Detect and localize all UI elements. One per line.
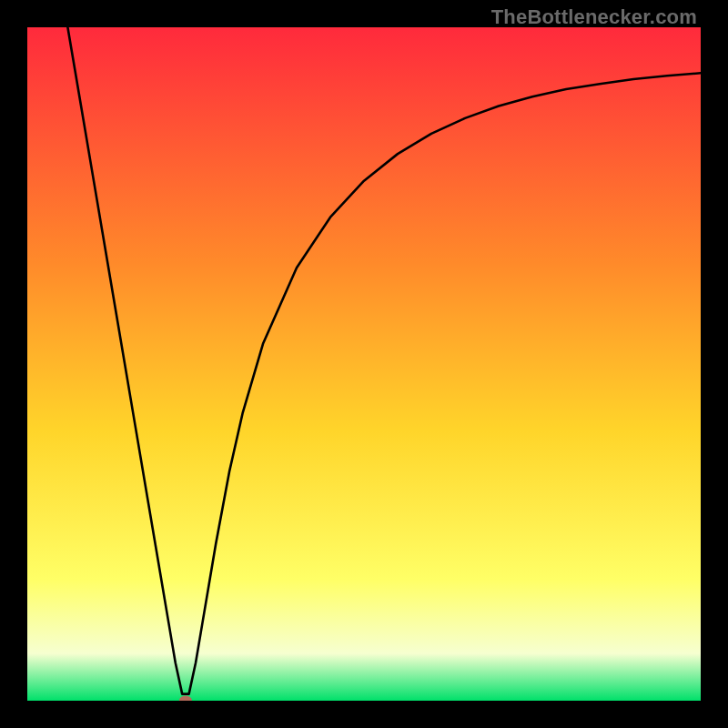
chart-background: [27, 27, 701, 701]
chart-canvas: [27, 27, 701, 701]
watermark-text: TheBottlenecker.com: [491, 5, 697, 29]
chart-frame: [27, 27, 701, 701]
